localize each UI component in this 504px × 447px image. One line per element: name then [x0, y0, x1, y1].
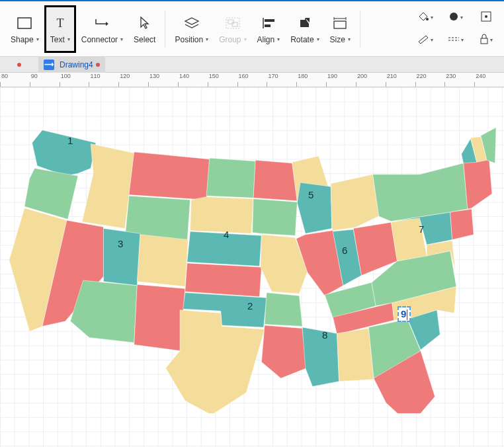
svg-point-13 [450, 13, 458, 20]
tab-drawing4[interactable]: ⟶ Drawing4 [38, 57, 105, 73]
lock-tool[interactable]: ▾ [474, 31, 499, 50]
fill-tool[interactable]: ▾ [413, 9, 438, 27]
svg-rect-7 [265, 24, 271, 27]
rotate-icon [298, 14, 312, 32]
text-icon: T [53, 14, 67, 32]
align-label: Align [257, 35, 275, 44]
target-icon [481, 11, 491, 24]
svg-point-12 [426, 18, 429, 20]
svg-rect-0 [18, 18, 31, 28]
line-tool[interactable]: ▾ [413, 31, 438, 50]
svg-rect-3 [228, 20, 233, 24]
group-tool[interactable]: Group▾ [214, 5, 251, 53]
svg-rect-18 [481, 38, 487, 44]
horizontal-ruler: 8090100110120130140150160170180190200210… [0, 73, 504, 87]
state-label-7[interactable]: 7 [419, 224, 424, 235]
select-tool[interactable]: Select [128, 5, 161, 53]
size-label: Size [330, 35, 345, 44]
connector-icon [94, 14, 110, 32]
state-label-8[interactable]: 8 [322, 329, 327, 341]
doc-icon: ⟶ [44, 60, 54, 70]
state-label-3[interactable]: 3 [118, 238, 123, 249]
cursor-icon [139, 14, 151, 32]
caret-icon: ▾ [67, 36, 70, 42]
crop-tool[interactable] [474, 9, 499, 27]
paint-bucket-icon [417, 11, 429, 24]
caret-icon: ▾ [244, 36, 247, 42]
shape-tool[interactable]: Shape▾ [5, 5, 44, 53]
shape-label: Shape [11, 35, 34, 44]
select-label: Select [134, 35, 155, 44]
caret-icon: ▾ [120, 36, 123, 42]
rotate-tool[interactable]: Rotate▾ [285, 5, 324, 53]
text-edit-box[interactable]: 9 [398, 306, 411, 322]
dashes-icon [448, 36, 460, 45]
text-tool[interactable]: T Text▾ [44, 5, 76, 53]
toolbar: Shape▾ T Text▾ Connector▾ Select [0, 1, 504, 57]
rectangle-icon [17, 14, 32, 32]
size-tool[interactable]: Size▾ [325, 5, 356, 53]
position-tool[interactable]: Position▾ [169, 5, 214, 53]
tab-modified-indicator [0, 63, 38, 67]
caret-icon: ▾ [206, 36, 208, 42]
connector-tool[interactable]: Connector▾ [76, 5, 128, 53]
document-tabs: ⟶ Drawing4 [0, 57, 504, 73]
circle-icon [448, 11, 459, 24]
connector-label: Connector [81, 35, 118, 44]
pencil-icon [417, 34, 429, 46]
svg-rect-8 [334, 21, 346, 28]
state-label-1[interactable]: 1 [67, 135, 73, 146]
align-tool[interactable]: Align▾ [252, 5, 286, 53]
lock-icon [480, 34, 489, 46]
size-icon [333, 14, 347, 32]
svg-rect-6 [265, 19, 274, 22]
state-label-4[interactable]: 4 [224, 229, 229, 240]
text-label: Text [50, 35, 65, 44]
group-label: Group [219, 35, 241, 44]
tab-modified-dot [96, 63, 100, 67]
layers-icon [184, 14, 200, 32]
dash-tool[interactable]: ▾ [443, 31, 468, 50]
group-icon [225, 14, 241, 32]
align-icon [261, 14, 276, 32]
caret-icon: ▾ [36, 36, 39, 42]
shape-style-tool[interactable]: ▾ [443, 9, 468, 27]
state-label-5[interactable]: 5 [308, 189, 314, 200]
caret-icon: ▾ [348, 36, 351, 42]
caret-icon: ▾ [317, 36, 319, 42]
us-map[interactable] [7, 107, 496, 415]
editing-value: 9 [401, 308, 406, 319]
svg-rect-4 [232, 22, 237, 26]
rotate-label: Rotate [290, 35, 314, 44]
svg-point-15 [485, 15, 487, 18]
position-label: Position [175, 35, 203, 44]
svg-text:T: T [56, 17, 63, 30]
state-label-2[interactable]: 2 [247, 300, 253, 311]
tab-title: Drawing4 [60, 60, 93, 69]
caret-icon: ▾ [277, 36, 280, 42]
state-label-6[interactable]: 6 [342, 245, 347, 256]
canvas[interactable]: 1 2 3 4 5 6 7 8 9 [0, 87, 504, 447]
